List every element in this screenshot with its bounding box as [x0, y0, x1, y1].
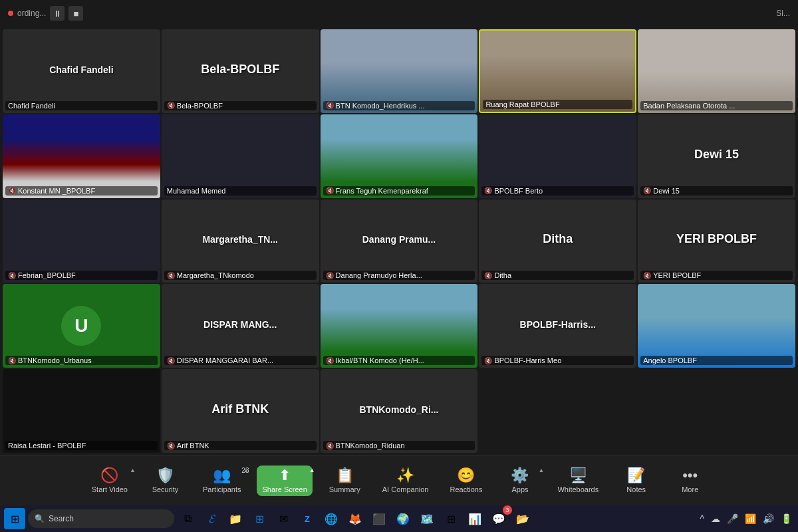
whatsapp-taskbar-icon[interactable]: 💬 3: [488, 508, 509, 529]
video-tile[interactable]: U🔇BTNKomodo_Urbanus: [3, 284, 160, 368]
wifi-icon[interactable]: 📶: [743, 512, 758, 525]
chevron-up-icon[interactable]: ^: [698, 512, 706, 525]
folder-icon[interactable]: 📂: [512, 508, 533, 529]
tile-display-name: Margaretha_TN...: [162, 235, 319, 245]
other-browser-icon[interactable]: 🌍: [392, 508, 414, 529]
start-video-button[interactable]: 🚫 Start Video: [86, 466, 133, 496]
tile-label: 🔇Frans Teguh Kemenparekraf: [323, 186, 475, 196]
video-tile[interactable]: 🔇BPOLBF Berto: [479, 114, 636, 198]
tile-display-name: Arif BTNK: [162, 402, 319, 416]
edge-icon[interactable]: 𝓔: [201, 508, 222, 529]
tile-name-text: BPOLBF Berto: [494, 187, 543, 195]
tile-name-text: Margaretha_TNkomodo: [177, 271, 254, 279]
tile-display-name: Ditha: [479, 233, 636, 247]
grid-icon[interactable]: ⊞: [440, 508, 462, 529]
reactions-button[interactable]: 😊 Reactions: [444, 466, 487, 496]
video-tile[interactable]: Dewi 15🔇Dewi 15: [638, 114, 795, 198]
video-tile[interactable]: 🔇Konstant MN _BPOLBF: [3, 114, 160, 198]
firefox-icon[interactable]: 🦊: [344, 508, 366, 529]
tile-label: 🔇Bela-BPOLBF: [164, 101, 317, 110]
tile-display-name: Chafid Fandeli: [3, 65, 160, 75]
video-tile[interactable]: Badan Pelaksana Otorota ...: [638, 29, 795, 113]
tile-name-text: Febrian_BPOLBF: [18, 271, 76, 279]
tile-name-text: BTNKomodo_Urbanus: [18, 356, 92, 364]
participants-button[interactable]: 👥 Participants: [198, 466, 246, 496]
summary-button[interactable]: 📋 Summary: [323, 466, 366, 496]
video-tile[interactable]: 🔇Frans Teguh Kemenparekraf: [321, 114, 478, 198]
tile-display-name: Danang Pramu...: [321, 235, 478, 245]
start-button[interactable]: ⊞: [4, 508, 25, 529]
tile-label: 🔇YERI BPOLBF: [640, 271, 793, 280]
whiteboard-icon: 🖥️: [569, 468, 587, 483]
ai-companion-button[interactable]: ✨ AI Companion: [377, 466, 434, 496]
share-screen-button[interactable]: ⬆ Share Screen: [257, 466, 312, 496]
file-explorer-icon[interactable]: 📁: [225, 508, 246, 529]
zoom-icon[interactable]: Z: [297, 508, 318, 529]
tile-name-text: Danang Pramudyo Herla...: [336, 271, 422, 279]
mic-off-icon: 🔇: [167, 102, 175, 109]
task-view-button[interactable]: ⧉: [177, 508, 198, 529]
video-tile[interactable]: Muhamad Memed: [162, 114, 319, 198]
video-tile[interactable]: Ditha🔇Ditha: [479, 200, 636, 283]
store-icon[interactable]: ⊞: [249, 508, 270, 529]
security-group: 🛡️ Security: [140, 466, 191, 496]
tile-name-text: Raisa Lestari - BPOLBF: [8, 442, 86, 450]
tile-name-text: Konstant MN _BPOLBF: [18, 187, 95, 195]
video-tile[interactable]: YERI BPOLBF🔇YERI BPOLBF: [638, 200, 795, 283]
more-button[interactable]: ••• More: [668, 466, 712, 496]
video-tile[interactable]: Arif BTNK🔇Arif BTNK: [162, 369, 319, 453]
mic-off-icon: 🔇: [326, 272, 334, 279]
apps-group: ⚙️ Apps ▲: [494, 466, 545, 496]
tile-photo-overlay: [638, 29, 795, 113]
video-tile[interactable]: Margaretha_TN...🔇Margaretha_TNkomodo: [162, 200, 319, 283]
video-tile[interactable]: DISPAR MANG...🔇DISPAR MANGGARAI BAR...: [162, 284, 319, 368]
excel-icon[interactable]: 📊: [464, 508, 485, 529]
tile-display-name: BTNKomodo_Ri...: [321, 404, 478, 415]
video-tile[interactable]: Chafid FandeliChafid Fandeli: [3, 29, 160, 113]
reactions-group: 😊 Reactions: [440, 466, 491, 496]
maps-icon[interactable]: 🗺️: [416, 508, 438, 529]
chrome-icon[interactable]: 🌐: [321, 508, 342, 529]
mic-taskbar-icon[interactable]: 🎤: [725, 512, 740, 525]
tile-label: 🔇Ikbal/BTN Komodo (He/H...: [323, 356, 475, 365]
security-button[interactable]: 🛡️ Security: [144, 466, 187, 496]
tile-name-text: Ikbal/BTN Komodo (He/H...: [336, 356, 424, 364]
mic-off-icon: 🔇: [8, 187, 16, 194]
notes-button[interactable]: 📝 Notes: [614, 466, 658, 496]
mail-icon[interactable]: ✉: [273, 508, 294, 529]
video-tile[interactable]: 🔇BTN Komodo_Hendrikus ...: [321, 29, 478, 113]
participants-group: 👥 Participants 23 ▲: [194, 466, 250, 496]
search-icon: 🔍: [35, 514, 45, 523]
apps-button[interactable]: ⚙️ Apps: [498, 466, 541, 496]
stop-button[interactable]: ■: [68, 6, 83, 21]
tile-label: 🔇Danang Pramudyo Herla...: [323, 271, 475, 280]
whiteboards-button[interactable]: 🖥️ Whiteboards: [552, 466, 604, 496]
start-video-group: 🚫 Start Video ▲: [82, 466, 137, 496]
video-tile[interactable]: 🔇Ikbal/BTN Komodo (He/H...: [321, 284, 478, 368]
video-tile[interactable]: BTNKomodo_Ri...🔇BTNKomodo_Riduan: [321, 369, 478, 453]
video-tile[interactable]: 🔇Febrian_BPOLBF: [3, 200, 160, 283]
recording-dot: [8, 11, 13, 16]
video-tile[interactable]: Angelo BPOLBF: [638, 284, 795, 368]
video-tile[interactable]: Danang Pramu...🔇Danang Pramudyo Herla...: [321, 200, 478, 283]
video-tile[interactable]: Raisa Lestari - BPOLBF: [3, 369, 160, 453]
taskbar-search[interactable]: 🔍 Search: [28, 509, 174, 528]
pause-button[interactable]: ⏸: [50, 6, 65, 21]
onedrive-icon[interactable]: ☁: [709, 512, 722, 525]
mic-off-icon: 🔇: [167, 357, 175, 364]
mic-off-icon: 🔇: [326, 102, 334, 109]
notes-label: Notes: [626, 485, 646, 493]
video-tile[interactable]: Bela-BPOLBF🔇Bela-BPOLBF: [162, 29, 319, 113]
ai-icon: ✨: [396, 468, 414, 483]
video-tile[interactable]: BPOLBF-Harris...🔇BPOLBF-Harris Meo: [479, 284, 636, 368]
battery-icon[interactable]: 🔋: [779, 512, 794, 525]
mic-off-icon: 🔇: [167, 442, 175, 450]
whatsapp-badge: 3: [503, 505, 512, 515]
volume-icon[interactable]: 🔊: [761, 512, 776, 525]
tile-display-name: Dewi 15: [638, 148, 795, 162]
recording-text: ording...: [17, 9, 46, 18]
video-tile[interactable]: Ruang Rapat BPOLBF: [479, 29, 636, 113]
tile-photo-overlay: [321, 29, 478, 113]
teams-icon[interactable]: ⬛: [368, 508, 390, 529]
tile-display-name: YERI BPOLBF: [638, 233, 795, 247]
